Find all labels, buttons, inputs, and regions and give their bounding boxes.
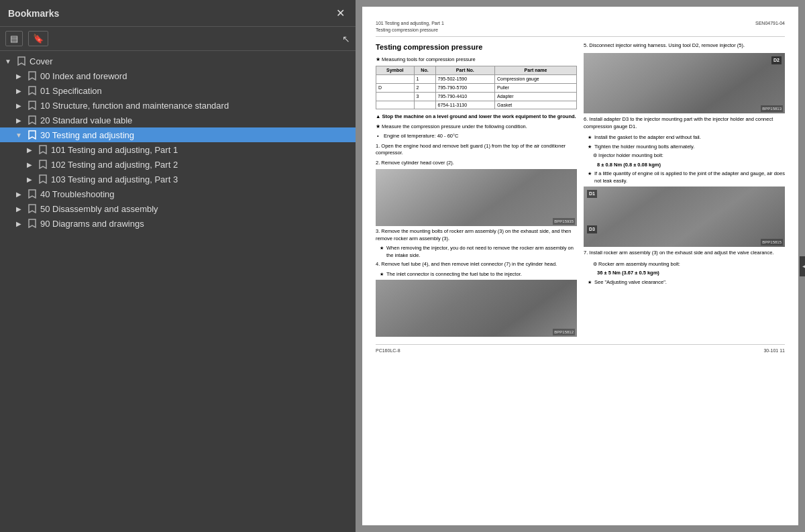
col-num: No. xyxy=(414,66,435,75)
toolbar: ▤ 🔖 ↖ xyxy=(0,27,356,51)
bookmark-icon-10 xyxy=(28,100,37,111)
tree-item-00-index[interactable]: ▶ 00 Index and foreword xyxy=(0,68,356,83)
step-6-torque-value: 8 ± 0.8 Nm (0.8 ± 0.08 kgm) xyxy=(597,162,785,169)
step-6-torque-label: ⚙ Injector holder mounting bolt: xyxy=(593,152,785,160)
expand-all-button[interactable]: ▤ xyxy=(5,31,23,46)
pdf-panel: ◀ 101 Testing and adjusting, Part 1 Test… xyxy=(356,0,805,532)
expand-103[interactable]: ▶ xyxy=(24,174,35,184)
image-adapter: D1 D3 BPP15815 xyxy=(584,187,785,247)
col-partno: Part No. xyxy=(435,66,495,75)
bookmark-icon: 🔖 xyxy=(33,34,44,44)
bookmarks-header: Bookmarks ✕ xyxy=(0,0,356,27)
scroll-arrow[interactable]: ◀ xyxy=(800,256,805,276)
expand-40-trouble[interactable]: ▶ xyxy=(13,189,24,199)
pdf-left-column: Testing compression pressure ★ Measuring… xyxy=(376,42,577,339)
step-7-torque-value: 36 ± 5 Nm (3.67 ± 0.5 kgm) xyxy=(597,270,785,277)
tree-item-30-testing[interactable]: ▼ 30 Testing and adjusting xyxy=(0,127,356,142)
pdf-header-left: 101 Testing and adjusting, Part 1 Testin… xyxy=(376,20,444,34)
step-2: 2. Remove cylinder head cover (2). xyxy=(376,160,577,167)
pdf-page: 101 Testing and adjusting, Part 1 Testin… xyxy=(362,7,798,525)
expand-102[interactable]: ▶ xyxy=(24,159,35,170)
pdf-header-right: SEN04791-04 xyxy=(755,20,785,34)
close-button[interactable]: ✕ xyxy=(333,5,347,21)
pdf-right-column: 5. Disconnect injector wiring harness. U… xyxy=(584,42,785,339)
bookmark-icon-00 xyxy=(28,70,37,81)
expand-101[interactable]: ▶ xyxy=(24,144,35,155)
bookmark-icon-01 xyxy=(28,85,37,96)
tree-item-101[interactable]: ▶ 101 Testing and adjusting, Part 1 xyxy=(0,142,356,157)
pdf-header-line1: 101 Testing and adjusting, Part 1 xyxy=(376,20,444,27)
label-20-standard: 20 Standard value table xyxy=(40,115,353,125)
expand-20-standard[interactable]: ▶ xyxy=(13,115,24,125)
tree-item-01-spec[interactable]: ▶ 01 Specification xyxy=(0,83,356,98)
label-101: 101 Testing and adjusting, Part 1 xyxy=(51,145,353,155)
bookmark-icon-20 xyxy=(28,115,37,125)
tree-item-90-diagrams[interactable]: ▶ 90 Diagrams and drawings xyxy=(0,216,356,231)
label-40-trouble: 40 Troubleshooting xyxy=(40,189,353,199)
image-tag-2: BPP15812 xyxy=(553,329,575,335)
expand-50-disassembly[interactable]: ▶ xyxy=(13,203,24,214)
pdf-header: 101 Testing and adjusting, Part 1 Testin… xyxy=(376,20,785,37)
step-3: 3. Remove the mounting bolts of rocker a… xyxy=(376,228,577,242)
tree-item-10-structure[interactable]: ▶ 10 Structure, function and maintenance… xyxy=(0,98,356,113)
bookmark-icon-101 xyxy=(38,144,48,155)
bookmarks-panel: Bookmarks ✕ ▤ 🔖 ↖ ▼ Cover ▶ 00 Index and… xyxy=(0,0,356,532)
label-102: 102 Testing and adjusting, Part 2 xyxy=(51,160,353,170)
expand-10-structure[interactable]: ▶ xyxy=(13,100,24,111)
measuring-tools-label: ★ Measuring tools for compression pressu… xyxy=(376,56,577,64)
image-tag-3: BPP15813 xyxy=(761,105,783,112)
tree-item-20-standard[interactable]: ▶ 20 Standard value table xyxy=(0,113,356,127)
image-fuel-tube: BPP15812 xyxy=(376,280,577,337)
tree-item-102[interactable]: ▶ 102 Testing and adjusting, Part 2 xyxy=(0,157,356,172)
bookmark-view-button[interactable]: 🔖 xyxy=(28,31,48,46)
label-00-index: 00 Index and foreword xyxy=(40,71,353,81)
bookmark-icon-102 xyxy=(38,159,48,170)
measuring-tools-table: Symbol No. Part No. Part name 1 795-502-… xyxy=(376,66,577,109)
expand-00-index[interactable]: ▶ xyxy=(13,70,24,81)
d1-label: D1 xyxy=(587,190,597,198)
image-cylinder-cover: BPP15935 xyxy=(376,169,577,226)
expand-90-diagrams[interactable]: ▶ xyxy=(13,218,24,229)
col-symbol: Symbol xyxy=(376,66,415,75)
bookmark-icon-50 xyxy=(28,203,37,214)
table-row: 1 795-502-1590 Compression gauge xyxy=(376,75,577,84)
image-tag-1: BPP15935 xyxy=(553,218,575,225)
step-4-note: The inlet connector is connecting the fu… xyxy=(380,271,577,278)
step-6: 6. Install adapter D3 to the injector mo… xyxy=(584,116,785,130)
section-title: Testing compression pressure xyxy=(376,42,577,52)
label-90-diagrams: 90 Diagrams and drawings xyxy=(40,219,353,229)
step-7: 7. Install rocker arm assembly (3) on th… xyxy=(584,250,785,257)
bookmark-icon-90 xyxy=(28,218,37,229)
step-7-torque-label: ⚙ Rocker arm assembly mounting bolt: xyxy=(593,261,785,268)
expand-30-testing[interactable]: ▼ xyxy=(13,129,24,140)
step-5: 5. Disconnect injector wiring harness. U… xyxy=(584,42,785,50)
image-injector: D2 BPP15813 xyxy=(584,53,785,113)
footer-page: 30-101 11 xyxy=(763,348,785,354)
tree-item-cover[interactable]: ▼ Cover xyxy=(0,54,356,68)
step-3-note: When removing the injector, you do not n… xyxy=(380,245,577,259)
d2-label: D2 xyxy=(771,56,782,64)
expand-icon: ▤ xyxy=(10,34,18,44)
cursor-indicator: ↖ xyxy=(342,34,350,44)
step-1: 1. Open the engine hood and remove belt … xyxy=(376,143,577,157)
tree-item-103[interactable]: ▶ 103 Testing and adjusting, Part 3 xyxy=(0,172,356,187)
tree-item-40-trouble[interactable]: ▶ 40 Troubleshooting xyxy=(0,187,356,201)
label-50-disassembly: 50 Disassembly and assembly xyxy=(40,204,353,214)
star-icon-measuring: ★ xyxy=(376,56,380,62)
expand-cover[interactable]: ▼ xyxy=(3,56,13,66)
warning-text: ▲ Stop the machine on a level ground and… xyxy=(376,113,577,121)
label-01-spec: 01 Specification xyxy=(40,86,353,96)
bookmark-icon-103 xyxy=(38,174,48,184)
label-103: 103 Testing and adjusting, Part 3 xyxy=(51,174,353,184)
col-partname: Part name xyxy=(495,66,577,75)
bookmark-icon-30 xyxy=(28,129,37,140)
bookmark-icon-40 xyxy=(28,189,37,199)
cover-label: Cover xyxy=(30,56,353,66)
bookmark-icon-cover xyxy=(17,56,26,66)
measure-condition: ★ Measure the compression pressure under… xyxy=(376,123,577,131)
step-6-note1: Install the gasket to the adapter end wi… xyxy=(588,134,785,142)
d3-label: D3 xyxy=(587,225,597,233)
tree-item-50-disassembly[interactable]: ▶ 50 Disassembly and assembly xyxy=(0,201,356,216)
step-6-note3: If a little quantity of engine oil is ap… xyxy=(588,170,785,184)
expand-01-spec[interactable]: ▶ xyxy=(13,85,24,96)
